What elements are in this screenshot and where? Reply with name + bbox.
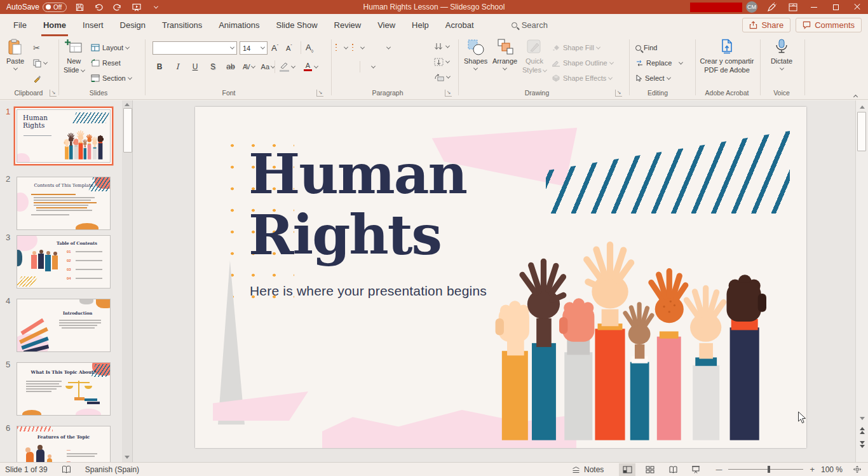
next-slide-button[interactable] — [860, 441, 865, 448]
dictate-button[interactable]: Dictate — [765, 39, 798, 71]
font-name-combo[interactable] — [153, 41, 237, 55]
shrink-font-button[interactable]: Aˇ — [286, 41, 292, 54]
scroll-down-arrow[interactable] — [125, 456, 130, 459]
slide-sorter-view-button[interactable] — [642, 463, 658, 476]
language-indicator[interactable]: Spanish (Spain) — [85, 465, 139, 474]
scrollbar-thumb[interactable] — [123, 108, 132, 153]
create-pdf-button[interactable]: Crear y compartir PDF de Adobe — [699, 39, 755, 75]
text-shadow-button[interactable]: S — [207, 60, 219, 73]
tab-transitions[interactable]: Transitions — [154, 15, 210, 35]
undo-icon — [94, 3, 103, 11]
paragraph-dialog-launcher[interactable]: ↘ — [445, 90, 452, 97]
highlight-button[interactable] — [280, 60, 295, 73]
tab-acrobat[interactable]: Acrobat — [437, 15, 482, 35]
layout-button[interactable]: Layout — [91, 41, 129, 54]
section-button[interactable]: Section — [91, 72, 132, 85]
font-size-combo[interactable]: 14 — [240, 41, 268, 55]
share-button[interactable]: Share — [742, 18, 790, 32]
customize-qat-button[interactable] — [149, 1, 162, 13]
replace-button[interactable]: Replace — [635, 57, 682, 69]
slideshow-view-button[interactable] — [688, 463, 704, 476]
cut-button[interactable]: ✂ — [33, 41, 40, 54]
select-button[interactable]: Select — [635, 72, 670, 85]
italic-button[interactable]: I — [172, 60, 183, 73]
minimize-button[interactable] — [803, 0, 825, 14]
spell-check-icon[interactable] — [62, 465, 71, 474]
slide-title-textbox[interactable]: HumanRights — [248, 144, 466, 266]
find-button[interactable]: Find — [635, 41, 657, 54]
ink-pen-button[interactable] — [765, 1, 778, 13]
slide-number: 2 — [6, 174, 10, 184]
bullets-button[interactable] — [337, 44, 339, 51]
tab-design[interactable]: Design — [112, 15, 154, 35]
grow-font-button[interactable]: Aˆ — [271, 41, 278, 54]
main-scrollbar[interactable] — [855, 100, 868, 462]
shape-fill-button[interactable]: Shape Fill — [552, 41, 600, 54]
tab-home[interactable]: Home — [35, 15, 74, 35]
shapes-button[interactable]: Shapes — [464, 39, 487, 71]
convert-smartart-button[interactable] — [434, 71, 450, 83]
scrollbar-thumb[interactable] — [857, 112, 866, 151]
shape-outline-button[interactable]: Shape Outline — [552, 57, 613, 69]
zoom-level[interactable]: 100 % — [821, 465, 843, 474]
zoom-slider-thumb[interactable] — [768, 466, 770, 473]
bold-button[interactable]: B — [154, 60, 165, 73]
zoom-slider[interactable] — [728, 469, 803, 470]
comments-button[interactable]: Comments — [796, 18, 862, 32]
quick-styles-button[interactable]: Quick Styles — [522, 39, 546, 75]
align-text-button[interactable] — [434, 55, 449, 68]
change-case-button[interactable]: Aa — [261, 60, 275, 73]
scroll-up-arrow[interactable] — [125, 103, 130, 106]
avatar[interactable]: CM — [746, 1, 757, 13]
character-spacing-button[interactable]: AV — [243, 60, 255, 73]
close-button[interactable] — [846, 0, 868, 14]
numbering-button[interactable] — [353, 44, 355, 51]
font-color-button[interactable]: A — [304, 60, 318, 73]
copy-button[interactable] — [33, 57, 47, 69]
shape-effects-button[interactable]: Shape Effects — [552, 72, 612, 85]
slide-editor[interactable]: HumanRights Here is where your presentat… — [195, 107, 806, 448]
font-dialog-launcher[interactable]: ↘ — [316, 90, 323, 97]
start-slideshow-button[interactable] — [130, 1, 143, 13]
search-input[interactable]: Search — [512, 20, 548, 30]
zoom-out-button[interactable]: — — [715, 466, 722, 473]
tab-slide-show[interactable]: Slide Show — [268, 15, 325, 35]
format-painter-button[interactable] — [33, 72, 41, 85]
save-button[interactable] — [73, 1, 86, 13]
underline-button[interactable]: U — [189, 60, 201, 73]
slide-counter[interactable]: Slide 1 of 39 — [5, 465, 48, 474]
collapse-ribbon-button[interactable] — [854, 90, 857, 101]
reset-button[interactable]: Reset — [91, 57, 121, 69]
tab-file[interactable]: File — [5, 15, 35, 35]
arrange-button[interactable]: Arrange — [492, 39, 517, 71]
normal-view-button[interactable] — [619, 463, 635, 476]
scroll-down-arrow[interactable] — [860, 417, 865, 420]
tab-insert[interactable]: Insert — [74, 15, 112, 35]
maximize-button[interactable] — [825, 0, 846, 14]
clipboard-dialog-launcher[interactable]: ↘ — [50, 90, 57, 97]
shape-effects-icon — [552, 74, 560, 82]
reading-view-button[interactable] — [665, 463, 681, 476]
slide-subtitle-textbox[interactable]: Here is where your presentation begins — [250, 283, 487, 299]
previous-slide-button[interactable] — [860, 427, 865, 434]
text-direction-button[interactable] — [434, 40, 449, 53]
tab-help[interactable]: Help — [403, 15, 437, 35]
paste-button[interactable]: Paste — [6, 39, 24, 71]
ribbon-display-options-button[interactable] — [787, 1, 799, 13]
notes-button[interactable]: Notes — [571, 465, 604, 474]
tab-view[interactable]: View — [369, 15, 403, 35]
autosave-toggle[interactable]: AutoSave Off — [6, 3, 67, 12]
fit-slide-to-window-button[interactable] — [849, 463, 865, 476]
thumbnail-scrollbar[interactable] — [122, 100, 132, 462]
zoom-in-button[interactable]: + — [810, 465, 815, 474]
drawing-dialog-launcher[interactable]: ↘ — [615, 90, 622, 97]
undo-button[interactable] — [92, 1, 105, 13]
clear-formatting-button[interactable]: A◊ — [306, 41, 313, 54]
redo-button[interactable] — [111, 1, 124, 13]
tab-review[interactable]: Review — [326, 15, 370, 35]
new-slide-button[interactable]: New Slide — [64, 39, 85, 75]
scroll-up-arrow[interactable] — [860, 105, 865, 109]
text-direction-icon — [434, 43, 444, 51]
tab-animations[interactable]: Animations — [210, 15, 268, 35]
strikethrough-button[interactable]: ab — [225, 60, 236, 73]
